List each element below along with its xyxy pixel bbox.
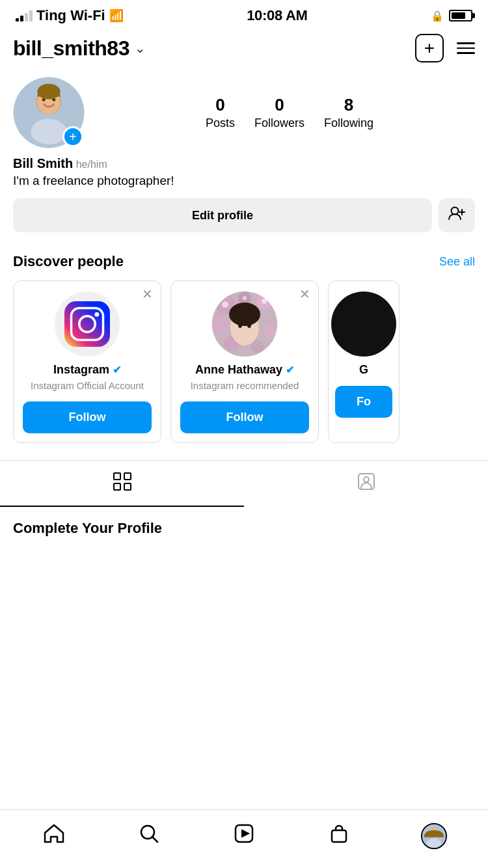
action-buttons: Edit profile: [13, 198, 475, 232]
add-person-icon: [448, 206, 465, 224]
person-card-anne: ✕: [170, 280, 319, 443]
svg-rect-39: [332, 830, 346, 842]
tab-grid[interactable]: [0, 461, 244, 507]
discover-title: Discover people: [13, 253, 124, 270]
instagram-name-text: Instagram: [53, 363, 109, 377]
anne-card-sub: Instagram recommended: [191, 379, 299, 392]
nav-profile[interactable]: [414, 817, 454, 856]
carrier-label: Ting Wi-Fi: [36, 7, 105, 24]
verified-badge-instagram: ✔: [113, 364, 121, 376]
posts-count: 0: [215, 95, 224, 115]
username-area[interactable]: bill_smith83 ⌄: [13, 36, 146, 61]
following-count: 8: [344, 95, 353, 115]
svg-rect-32: [124, 483, 131, 490]
battery-icon: [449, 10, 472, 21]
reels-icon: [234, 824, 254, 848]
status-bar: Ting Wi-Fi 📶 10:08 AM 🔒: [0, 0, 488, 29]
posts-label: Posts: [206, 116, 235, 130]
follow-partial-button[interactable]: Fo: [335, 386, 392, 418]
nav-profile-avatar: [421, 823, 447, 849]
following-stat[interactable]: 8 Following: [324, 95, 373, 130]
tagged-icon: [357, 472, 375, 495]
svg-point-4: [31, 119, 67, 144]
partial-name-text: G: [359, 363, 368, 377]
profile-section: + 0 Posts 0 Followers 8 Following Bill S…: [0, 70, 488, 243]
svg-point-24: [243, 296, 247, 300]
status-left: Ting Wi-Fi 📶: [16, 7, 124, 24]
anne-card-name: Anne Hathaway ✔: [195, 363, 294, 377]
svg-line-36: [152, 837, 157, 842]
svg-point-23: [262, 299, 267, 304]
display-name: Bill Smith: [13, 156, 73, 170]
followers-stat[interactable]: 0 Followers: [254, 95, 305, 130]
nav-search[interactable]: [129, 817, 169, 856]
svg-point-42: [427, 838, 441, 847]
nav-shop[interactable]: [319, 817, 359, 856]
add-friend-button[interactable]: [439, 198, 475, 232]
header-icons: +: [415, 34, 475, 62]
following-label: Following: [324, 116, 373, 130]
follow-anne-button[interactable]: Follow: [180, 401, 309, 433]
complete-profile-section: Complete Your Profile: [0, 507, 488, 550]
shop-icon: [329, 824, 349, 848]
svg-rect-30: [124, 473, 131, 480]
nav-home[interactable]: [34, 817, 74, 856]
username-label: bill_smith83: [13, 36, 129, 61]
instagram-card-sub: Instagram Official Account: [31, 379, 144, 392]
home-icon: [44, 824, 64, 848]
bottom-nav: [0, 809, 488, 868]
profile-info: + 0 Posts 0 Followers 8 Following: [13, 77, 475, 148]
search-icon: [139, 824, 159, 848]
person-card-instagram: ✕ Insta: [13, 280, 161, 443]
edit-profile-button[interactable]: Edit profile: [13, 198, 432, 232]
svg-point-34: [364, 477, 369, 482]
svg-point-26: [229, 303, 260, 326]
svg-point-5: [42, 98, 46, 102]
anne-name-text: Anne Hathaway: [195, 363, 282, 377]
add-post-button[interactable]: +: [415, 34, 444, 62]
bio-name-line: Bill Smith he/him: [13, 156, 475, 171]
grid-icon: [113, 472, 131, 495]
followers-label: Followers: [254, 116, 305, 130]
app-header: bill_smith83 ⌄ +: [0, 29, 488, 70]
lock-icon: 🔒: [431, 10, 444, 22]
people-cards: ✕ Insta: [13, 280, 475, 443]
discover-section: Discover people See all ✕: [0, 243, 488, 450]
close-card-instagram[interactable]: ✕: [142, 288, 153, 301]
nav-reels[interactable]: [224, 817, 264, 856]
bio-section: Bill Smith he/him I'm a freelance photog…: [13, 156, 475, 188]
verified-badge-anne: ✔: [286, 364, 294, 376]
followers-count: 0: [275, 95, 284, 115]
svg-point-13: [94, 312, 99, 317]
anne-avatar: [212, 292, 277, 357]
svg-point-6: [52, 98, 55, 102]
status-right: 🔒: [431, 10, 472, 22]
follow-instagram-button[interactable]: Follow: [23, 401, 152, 433]
svg-point-28: [247, 323, 251, 328]
instagram-avatar: [55, 292, 120, 357]
instagram-card-name: Instagram ✔: [53, 363, 121, 377]
bio-text: I'm a freelance photographer!: [13, 174, 475, 188]
see-all-link[interactable]: See all: [439, 255, 475, 269]
svg-marker-38: [242, 830, 249, 837]
partial-avatar: [331, 292, 396, 357]
avatar-wrap[interactable]: +: [13, 77, 85, 148]
posts-stat[interactable]: 0 Posts: [206, 95, 235, 130]
chevron-down-icon: ⌄: [135, 40, 146, 56]
add-story-button[interactable]: +: [62, 126, 83, 147]
plus-icon: +: [424, 38, 435, 59]
svg-point-22: [222, 301, 228, 308]
discover-header: Discover people See all: [13, 253, 475, 270]
svg-rect-29: [114, 473, 120, 480]
svg-rect-31: [114, 483, 120, 490]
tab-tagged[interactable]: [244, 461, 488, 507]
wifi-icon: 📶: [109, 8, 124, 23]
svg-point-7: [452, 208, 459, 215]
svg-point-27: [238, 323, 242, 328]
complete-profile-title: Complete Your Profile: [13, 520, 162, 536]
menu-button[interactable]: [457, 42, 475, 54]
svg-point-19: [264, 323, 277, 338]
close-card-anne[interactable]: ✕: [299, 288, 310, 301]
pronoun-label: he/him: [76, 159, 107, 170]
stats-area: 0 Posts 0 Followers 8 Following: [104, 95, 475, 130]
